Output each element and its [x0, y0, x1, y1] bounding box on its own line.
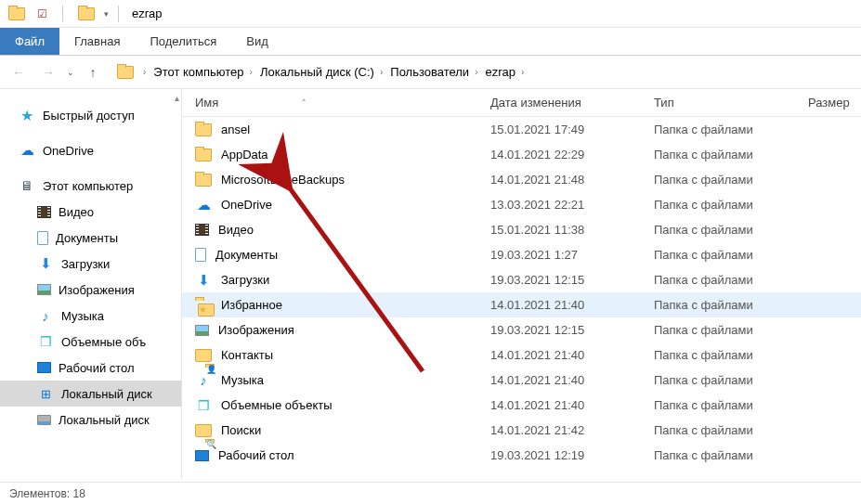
file-row[interactable]: ☁OneDrive13.03.2021 22:21Папка с файлами: [182, 192, 861, 217]
breadcrumb-users[interactable]: Пользователи›: [386, 65, 481, 79]
download-icon: ⬇: [37, 255, 54, 272]
status-count: 18: [73, 487, 85, 500]
file-row[interactable]: Контакты14.01.2021 21:40Папка с файлами: [182, 342, 861, 368]
view-tab[interactable]: Вид: [231, 28, 283, 55]
column-size[interactable]: Размер: [795, 96, 861, 110]
file-row[interactable]: Документы19.03.2021 1:27Папка с файлами: [182, 242, 861, 267]
window-title: ezrap: [132, 6, 163, 20]
address-bar[interactable]: › Этот компьютер› Локальный диск (C:)› П…: [111, 60, 854, 84]
searches-icon: [195, 422, 212, 439]
file-row[interactable]: Поиски14.01.2021 21:42Папка с файлами: [182, 418, 861, 443]
home-tab[interactable]: Главная: [59, 28, 135, 55]
file-name: ansel: [221, 123, 250, 136]
column-headers: Имя ˄ Дата изменения Тип Размер: [182, 89, 861, 117]
file-name: Контакты: [221, 348, 273, 362]
status-bar: Элементов: 18: [0, 482, 861, 504]
breadcrumb-root-sep[interactable]: ›: [139, 67, 150, 77]
column-type[interactable]: Тип: [641, 96, 795, 110]
cube-icon: ❒: [195, 397, 212, 414]
file-row[interactable]: ⬇Загрузки19.03.2021 12:15Папка с файлами: [182, 267, 861, 292]
column-name[interactable]: Имя ˄: [182, 96, 477, 110]
file-name: Поиски: [221, 423, 261, 437]
status-label: Элементов:: [9, 487, 70, 500]
tree-this-pc[interactable]: 🖥 Этот компьютер: [0, 173, 181, 199]
file-row[interactable]: Изображения19.03.2021 12:15Папка с файла…: [182, 317, 861, 342]
sort-indicator-icon: ˄: [302, 98, 307, 108]
file-row[interactable]: ansel15.01.2021 17:49Папка с файлами: [182, 117, 861, 142]
file-name: Документы: [215, 248, 278, 262]
file-name: Видео: [218, 223, 254, 237]
column-date[interactable]: Дата изменения: [477, 96, 641, 110]
back-button[interactable]: ←: [7, 61, 30, 84]
desktop-icon: [195, 450, 209, 461]
qat-properties-icon[interactable]: ☑: [37, 7, 47, 20]
qat-dropdown-icon[interactable]: ▾: [104, 9, 109, 19]
file-date: 19.03.2021 1:27: [477, 248, 641, 262]
tree-quick-access[interactable]: ★ Быстрый доступ: [0, 102, 181, 128]
file-row[interactable]: MicrosoftEdgeBackups14.01.2021 21:48Папк…: [182, 167, 861, 192]
folder-icon: [195, 172, 212, 188]
address-folder-icon: [117, 64, 134, 81]
file-name: Загрузки: [221, 273, 269, 287]
video-icon: [37, 206, 51, 218]
file-date: 19.03.2021 12:15: [477, 273, 641, 287]
file-type: Папка с файлами: [641, 123, 795, 136]
file-date: 14.01.2021 21:40: [477, 373, 641, 387]
tree-desktop[interactable]: Рабочий стол: [0, 355, 181, 381]
file-row[interactable]: Рабочий стол19.03.2021 12:19Папка с файл…: [182, 443, 861, 468]
cube-icon: ❒: [37, 333, 54, 350]
file-row[interactable]: ❒Объемные объекты14.01.2021 21:40Папка с…: [182, 393, 861, 418]
file-name: Объемные объекты: [221, 398, 333, 412]
breadcrumb-disk[interactable]: Локальный диск (C:)›: [256, 65, 386, 79]
file-type: Папка с файлами: [641, 198, 795, 212]
video-icon: [195, 224, 209, 236]
file-name: MicrosoftEdgeBackups: [221, 173, 345, 187]
up-button[interactable]: ↑: [82, 61, 104, 84]
file-row[interactable]: ♪Музыка14.01.2021 21:40Папка с файлами: [182, 368, 861, 393]
file-tab[interactable]: Файл: [0, 28, 59, 55]
tree-onedrive-label: OneDrive: [43, 144, 94, 158]
file-row[interactable]: Избранное14.01.2021 21:40Папка с файлами: [182, 292, 861, 317]
title-divider: [118, 6, 119, 22]
share-tab[interactable]: Поделиться: [135, 28, 231, 55]
tree-onedrive[interactable]: ☁ OneDrive: [0, 137, 181, 163]
folder-icon: [195, 147, 212, 163]
system-folder-icon[interactable]: [0, 6, 33, 22]
tree-downloads[interactable]: ⬇Загрузки: [0, 251, 181, 277]
tree-local-disk-1[interactable]: ⊞Локальный диск: [0, 381, 181, 407]
contacts-icon: [195, 347, 212, 364]
file-name: AppData: [221, 148, 268, 162]
cloud-icon: ☁: [195, 197, 212, 213]
file-date: 14.01.2021 21:40: [477, 398, 641, 412]
windows-icon: ⊞: [37, 385, 54, 402]
file-name: Музыка: [221, 373, 264, 387]
file-date: 14.01.2021 21:42: [477, 423, 641, 437]
disk-icon: [37, 415, 51, 425]
tree-videos[interactable]: Видео: [0, 199, 181, 225]
file-type: Папка с файлами: [641, 423, 795, 437]
tree-music[interactable]: ♪Музыка: [0, 303, 181, 329]
quick-access-toolbar: ☑ ▾: [33, 6, 112, 22]
breadcrumb-current[interactable]: ezrap›: [481, 65, 528, 79]
qat-open-folder-icon[interactable]: [78, 6, 95, 22]
file-row[interactable]: Видео15.01.2021 11:38Папка с файлами: [182, 217, 861, 242]
history-dropdown-icon[interactable]: ⌄: [67, 68, 74, 77]
download-icon: ⬇: [195, 272, 212, 289]
tree-quick-access-label: Быстрый доступ: [43, 109, 135, 123]
tree-documents[interactable]: Документы: [0, 225, 181, 251]
tree-3d-objects[interactable]: ❒Объемные объ: [0, 329, 181, 355]
desktop-icon: [37, 362, 51, 373]
tree-images[interactable]: Изображения: [0, 277, 181, 303]
breadcrumb-pc[interactable]: Этот компьютер›: [150, 65, 256, 79]
rows-container: ansel15.01.2021 17:49Папка с файламиAppD…: [182, 117, 861, 468]
image-icon: [195, 325, 209, 336]
file-type: Папка с файлами: [641, 348, 795, 362]
tree-local-disk-2[interactable]: Локальный диск: [0, 407, 181, 433]
qat-divider: [62, 6, 63, 22]
tree-scroll-up-icon[interactable]: ▴: [175, 93, 179, 103]
forward-button[interactable]: →: [37, 61, 59, 84]
file-date: 14.01.2021 22:29: [477, 148, 641, 162]
file-row[interactable]: AppData14.01.2021 22:29Папка с файлами: [182, 142, 861, 167]
file-date: 15.01.2021 11:38: [477, 223, 641, 237]
file-name: Рабочий стол: [218, 448, 294, 462]
